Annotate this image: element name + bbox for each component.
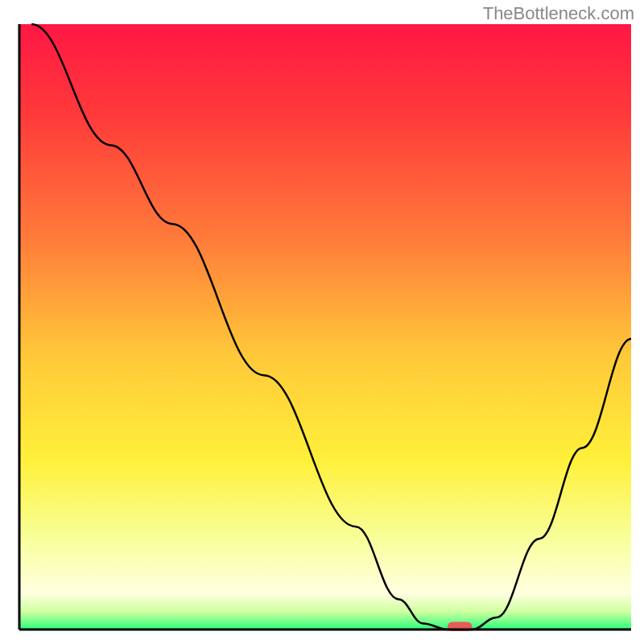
- bottleneck-chart: [0, 0, 644, 644]
- watermark-text: TheBottleneck.com: [483, 3, 634, 24]
- chart-container: TheBottleneck.com: [0, 0, 644, 644]
